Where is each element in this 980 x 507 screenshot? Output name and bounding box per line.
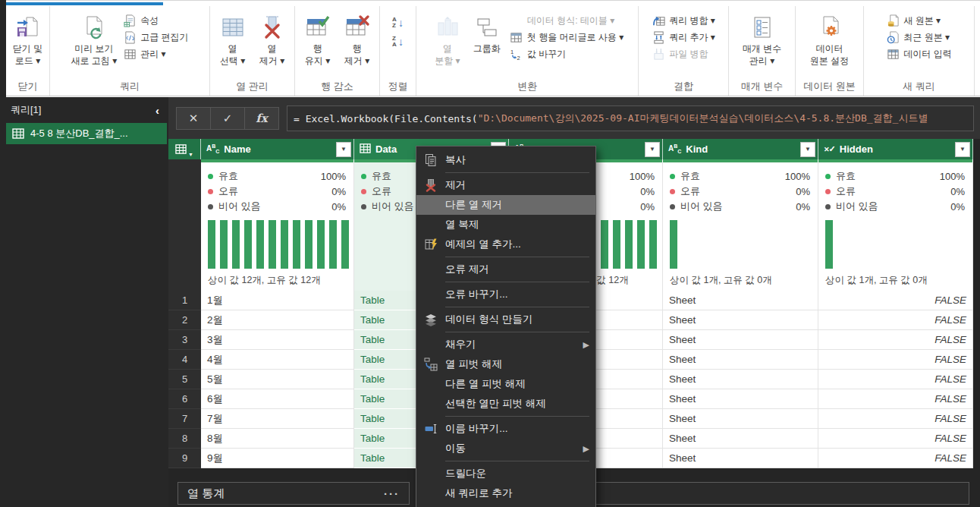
remove-rows-icon [345, 12, 369, 43]
remove-columns-button[interactable]: 열제거 ▾ [253, 9, 291, 70]
cell-hidden[interactable]: FALSE [818, 370, 973, 389]
menu-item[interactable]: 이동▶ [416, 439, 595, 458]
sort-ascending-button[interactable]: AZ↓ [390, 15, 406, 30]
cell-hidden[interactable]: FALSE [818, 310, 973, 330]
menu-item[interactable]: 이름 바꾸기... [416, 419, 595, 439]
menu-item[interactable]: 다른 열 제거 [416, 195, 595, 215]
recent-sources-button[interactable]: 최근 원본 ▾ [884, 30, 953, 45]
cell-kind[interactable]: Sheet [663, 389, 818, 409]
remove-rows-button[interactable]: 행제거 ▾ [338, 9, 376, 70]
select-all-columns-header[interactable]: ▼ [168, 139, 201, 159]
commit-formula-button[interactable]: ✓ [211, 108, 245, 129]
group-by-button[interactable]: 그룹화 [468, 9, 506, 58]
cell-name[interactable]: 5월 [201, 370, 354, 389]
column-header-name[interactable]: ABCName▼ [201, 139, 354, 159]
cell-kind[interactable]: Sheet [663, 330, 818, 350]
column-statistics-label: 열 통계 [187, 487, 225, 501]
cell-name[interactable]: 8월 [201, 429, 354, 449]
manage-parameters-button[interactable]: 매개 변수관리 ▾ [740, 9, 784, 70]
column-filter-dropdown[interactable]: ▼ [645, 142, 660, 157]
menu-item[interactable]: 새 쿼리로 추가 [416, 483, 595, 503]
keep-rows-button[interactable]: 행유지 ▾ [299, 9, 337, 70]
cell-kind[interactable]: Sheet [663, 429, 818, 449]
ribbon-group-sort: AZ↓ZA↓정렬 [380, 6, 416, 96]
formula-input[interactable]: = Excel.Workbook(File.Contents("D:\Docum… [287, 105, 974, 131]
cell-hidden[interactable]: FALSE [818, 389, 973, 409]
menu-item[interactable]: 드릴다운 [416, 464, 595, 483]
cell-name[interactable]: 4월 [201, 350, 354, 370]
cell-hidden[interactable]: FALSE [818, 449, 973, 468]
more-options-icon[interactable]: ··· [384, 487, 400, 500]
column-filter-dropdown[interactable]: ▼ [800, 142, 815, 157]
cell-hidden[interactable]: FALSE [818, 409, 973, 429]
cell-kind[interactable]: Sheet [663, 350, 818, 370]
use-first-row-button[interactable]: 첫 행을 머리글로 사용 ▾ [507, 30, 626, 45]
cell-name[interactable]: 2월 [201, 310, 354, 330]
row-number[interactable]: 6 [168, 389, 201, 409]
advanced-editor-button[interactable]: 고급 편집기 [121, 30, 190, 45]
cell-kind[interactable]: Sheet [663, 310, 818, 330]
combine-files-button[interactable]: 파일 병합 [649, 47, 718, 61]
cell-name[interactable]: 1월 [201, 291, 354, 310]
sidebar-item-query[interactable]: 4-5 8 분산DB_결합_... [6, 123, 167, 144]
cell-name[interactable]: 9월 [201, 449, 354, 468]
menu-item[interactable]: 제거 [416, 175, 595, 195]
row-number[interactable]: 3 [168, 330, 201, 350]
formula-path-string: "D:\Document\강의\2025-09-AI마케팅데이터분석실습\데이터… [478, 112, 928, 125]
data-source-settings-button[interactable]: 데이터원본 설정 [808, 9, 851, 70]
data-type-button[interactable]: 데이터 형식: 테이블 ▾ [507, 14, 626, 28]
cell-name[interactable]: 7월 [201, 409, 354, 429]
cell-hidden[interactable]: FALSE [818, 330, 973, 350]
collapse-pane-icon[interactable]: ‹ [155, 104, 159, 117]
menu-item[interactable]: 채우기▶ [416, 335, 595, 354]
enter-data-button[interactable]: 데이터 입력 [884, 47, 953, 61]
column-statistics-panel[interactable]: 열 통계 ··· [177, 482, 410, 505]
cancel-formula-button[interactable]: ✕ [177, 108, 211, 129]
replace-values-button[interactable]: 12값 바꾸기 [507, 47, 626, 61]
menu-item[interactable]: 예제의 열 추가... [416, 235, 595, 254]
sort-descending-button[interactable]: ZA↓ [390, 34, 406, 49]
close-and-load-button[interactable]: 닫기 및로드 ▾ [9, 9, 47, 70]
cell-hidden[interactable]: FALSE [818, 429, 973, 449]
menu-item[interactable]: 열 피벗 해제 [416, 354, 595, 374]
split-column-icon [435, 12, 460, 43]
cell-kind[interactable]: Sheet [663, 370, 818, 389]
menu-item[interactable]: 복사 [416, 150, 595, 170]
row-number[interactable]: 4 [168, 350, 201, 370]
menu-item[interactable]: 다른 열 피벗 해제 [416, 374, 595, 394]
manage-button[interactable]: 관리 ▾ [121, 47, 190, 61]
queries-pane-title: 쿼리[1] [11, 103, 41, 117]
split-column-button[interactable]: 열분할 ▾ [429, 9, 466, 70]
menu-item[interactable]: 선택한 열만 피벗 해제 [416, 394, 595, 414]
row-number[interactable]: 2 [168, 310, 201, 330]
column-filter-dropdown[interactable]: ▼ [336, 142, 351, 157]
append-queries-button[interactable]: 쿼리 추가 ▾ [649, 30, 718, 45]
new-source-button[interactable]: 새 원본 ▾ [884, 14, 953, 28]
properties-button[interactable]: 속성 [121, 14, 190, 28]
row-number[interactable]: 5 [168, 370, 201, 389]
column-header-hidden[interactable]: ✕✓Hidden▼ [818, 139, 973, 159]
cell-name[interactable]: 6월 [201, 389, 354, 409]
fx-icon[interactable]: fx [245, 108, 278, 129]
refresh-preview-button[interactable]: 미리 보기새로 고침 ▾ [68, 9, 119, 70]
menu-item[interactable]: 열 복제 [416, 215, 595, 235]
choose-columns-button[interactable]: 열선택 ▾ [214, 9, 252, 70]
cell-kind[interactable]: Sheet [663, 449, 818, 468]
column-header-kind[interactable]: ABCKind▼ [663, 139, 818, 159]
cell-hidden[interactable]: FALSE [818, 291, 973, 310]
column-filter-dropdown[interactable]: ▼ [955, 142, 970, 157]
merge-queries-button[interactable]: 쿼리 병합 ▾ [649, 14, 718, 28]
stat-line: 유효100% [670, 168, 810, 184]
menu-item[interactable]: 데이터 형식 만들기 [416, 310, 595, 329]
cell-name[interactable]: 3월 [201, 330, 354, 350]
row-number[interactable]: 8 [168, 429, 201, 449]
row-number[interactable]: 9 [168, 449, 201, 468]
row-number[interactable]: 1 [168, 291, 201, 310]
cell-kind[interactable]: Sheet [663, 291, 818, 310]
cell-kind[interactable]: Sheet [663, 409, 818, 429]
ribbon-group-parameters: 매개 변수관리 ▾매개 변수 [729, 6, 796, 96]
row-number[interactable]: 7 [168, 409, 201, 429]
menu-item[interactable]: 오류 바꾸기... [416, 285, 595, 304]
cell-hidden[interactable]: FALSE [818, 350, 973, 370]
menu-item[interactable]: 오류 제거 [416, 260, 595, 279]
